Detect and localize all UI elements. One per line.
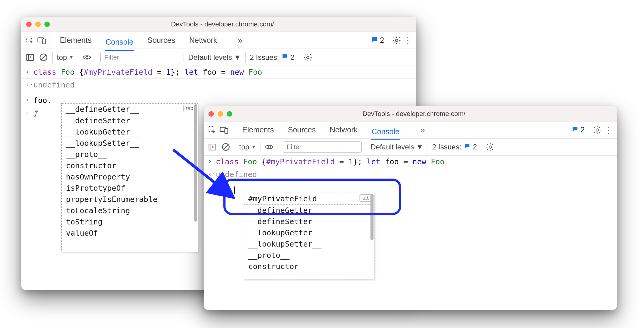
tab-network[interactable]: Network [189, 32, 218, 48]
panel-tabs: Elements Console Sources Network » 2 ⋮ [21, 32, 416, 49]
panel-tabs: Elements Sources Network Console » 2 ⋮ [204, 121, 617, 138]
eager-eval-output: ƒ [33, 108, 38, 117]
close-window-button[interactable] [208, 111, 214, 117]
issues-text: 2 Issues: [432, 143, 461, 151]
issues-text: 2 Issues: [250, 53, 279, 62]
issues-count: 2 [473, 143, 477, 151]
minimize-window-button[interactable] [35, 22, 41, 27]
more-tabs-button[interactable]: » [238, 36, 243, 45]
inspect-element-icon[interactable] [208, 125, 217, 135]
separator [231, 125, 231, 135]
autocomplete-item[interactable]: __proto__ [244, 250, 374, 261]
autocomplete-item[interactable]: __defineSetter__ [244, 216, 374, 227]
minimize-window-button[interactable] [218, 111, 223, 117]
scrollbar[interactable] [194, 104, 197, 251]
traffic-lights [208, 111, 232, 117]
autocomplete-item[interactable]: __lookupGetter__ [62, 126, 198, 138]
toggle-drawer-icon[interactable] [26, 53, 35, 62]
live-expression-icon[interactable] [82, 53, 91, 62]
text-cursor [52, 97, 52, 105]
filter-input[interactable]: Filter [283, 141, 362, 153]
console-prompt[interactable]: foo. [216, 186, 235, 194]
filter-input[interactable]: Filter [100, 52, 179, 63]
separator [260, 142, 260, 152]
context-selector[interactable]: top ▼ [57, 53, 74, 62]
tab-sources[interactable]: Sources [147, 32, 176, 48]
clear-console-icon[interactable] [221, 142, 230, 152]
console-input-row: › class Foo {#myPrivateField = 1}; let f… [21, 66, 416, 79]
zoom-window-button[interactable] [227, 111, 232, 117]
kebab-menu[interactable]: ⋮ [404, 35, 412, 45]
console-output-row: ‹· undefined [21, 79, 416, 91]
autocomplete-popup[interactable]: #myPrivateField tab __defineGetter__ __d… [244, 193, 374, 279]
separator [245, 52, 246, 63]
chevron-down-icon: ▼ [69, 55, 74, 60]
separator [366, 142, 366, 152]
gear-icon[interactable] [593, 125, 602, 135]
input-chevron-icon: › [208, 186, 216, 193]
separator [52, 52, 53, 63]
context-selector[interactable]: top ▼ [239, 143, 256, 151]
tab-console[interactable]: Console [105, 34, 134, 51]
autocomplete-item[interactable]: hasOwnProperty [62, 171, 198, 183]
context-label: top [239, 143, 249, 151]
tab-network[interactable]: Network [329, 122, 358, 138]
autocomplete-popup[interactable]: __defineGetter__ tab __defineSetter__ __… [61, 103, 198, 252]
autocomplete-item[interactable]: toString [62, 216, 198, 227]
autocomplete-item[interactable]: __defineGetter__ [244, 205, 374, 216]
separator [299, 52, 299, 63]
gear-icon[interactable] [486, 142, 495, 152]
more-tabs-button[interactable]: » [420, 125, 425, 135]
zoom-window-button[interactable] [44, 22, 50, 27]
autocomplete-item[interactable]: __lookupSetter__ [62, 138, 198, 149]
svg-point-11 [596, 129, 598, 131]
kebab-menu[interactable]: ⋮ [604, 125, 613, 135]
console-prompt[interactable]: foo. [33, 96, 52, 105]
gear-icon[interactable] [303, 53, 312, 62]
issues-link[interactable]: 2 Issues: 2 [250, 53, 294, 62]
window-title: DevTools - developer.chrome.com/ [238, 110, 590, 118]
issue-icon [464, 143, 470, 151]
tab-sources[interactable]: Sources [287, 122, 316, 138]
close-window-button[interactable] [26, 22, 32, 27]
autocomplete-item[interactable]: __lookupSetter__ [244, 238, 374, 250]
gear-icon[interactable] [392, 36, 401, 45]
tab-elements[interactable]: Elements [242, 122, 274, 138]
toggle-drawer-icon[interactable] [208, 142, 217, 152]
issues-link[interactable]: 2 Issues: 2 [432, 143, 477, 151]
autocomplete-item[interactable]: constructor [62, 160, 198, 171]
devtools-window-after: DevTools - developer.chrome.com/ Element… [204, 106, 617, 310]
scrollbar[interactable] [370, 194, 374, 278]
output-chevron-icon: ‹· [26, 80, 33, 88]
input-chevron-icon: › [26, 96, 33, 104]
device-toolbar-icon[interactable] [219, 125, 229, 135]
autocomplete-item[interactable]: isPrototypeOf [62, 183, 198, 194]
live-expression-icon[interactable] [265, 142, 274, 152]
chevron-down-icon: ▼ [234, 53, 241, 62]
undefined-output: undefined [216, 170, 257, 179]
issue-icon [281, 53, 288, 62]
device-toolbar-icon[interactable] [37, 36, 46, 45]
autocomplete-item[interactable]: __lookupGetter__ [244, 227, 374, 238]
tab-console[interactable]: Console [371, 124, 400, 140]
clear-console-icon[interactable] [39, 53, 48, 62]
inspect-element-icon[interactable] [26, 36, 35, 45]
autocomplete-item[interactable]: __defineGetter__ [62, 104, 198, 115]
issues-indicator[interactable]: 2 [371, 36, 384, 45]
autocomplete-item-private[interactable]: #myPrivateField [244, 193, 374, 205]
svg-point-15 [489, 146, 491, 148]
autocomplete-item[interactable]: toLocaleString [62, 205, 198, 216]
tab-elements[interactable]: Elements [59, 32, 92, 48]
autocomplete-item[interactable]: propertyIsEnumerable [62, 194, 198, 205]
output-chevron-icon: ‹· [208, 170, 216, 178]
log-levels-selector[interactable]: Default levels ▼ [188, 53, 241, 62]
issues-indicator[interactable]: 2 [571, 125, 585, 135]
autocomplete-item[interactable]: __defineSetter__ [62, 115, 198, 126]
traffic-lights [26, 22, 50, 27]
autocomplete-item[interactable]: constructor [244, 261, 374, 272]
autocomplete-item[interactable]: __proto__ [62, 149, 198, 160]
log-levels-selector[interactable]: Default levels ▼ [370, 143, 423, 151]
autocomplete-item[interactable]: valueOf [62, 227, 198, 239]
context-label: top [57, 53, 67, 62]
chevron-down-icon: ▼ [416, 143, 423, 151]
